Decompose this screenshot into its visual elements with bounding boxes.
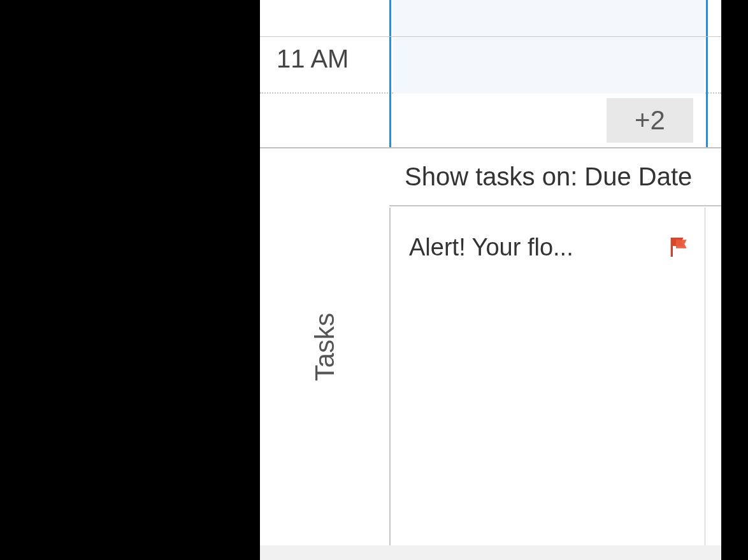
right-mask	[721, 0, 748, 560]
task-item[interactable]: Alert! Your flo...	[391, 208, 705, 287]
slot-upper-half[interactable]	[393, 37, 704, 94]
calendar-slot[interactable]	[389, 0, 708, 37]
time-row	[260, 0, 721, 37]
more-appointments-badge[interactable]: +2	[607, 98, 693, 143]
tasks-list: Alert! Your flo...	[391, 208, 705, 545]
tasks-border-left	[389, 208, 391, 545]
tasks-header-label: Show tasks on: Due Date	[405, 162, 692, 191]
task-item-text: Alert! Your flo...	[409, 234, 666, 261]
tasks-sidebar: Tasks	[260, 148, 389, 545]
tasks-section-label: Tasks	[310, 313, 340, 381]
calendar-panel: 11 AM +2 Show tasks on: Due Date Tasks A…	[260, 0, 721, 545]
more-count-label: +2	[635, 105, 665, 136]
tasks-header[interactable]: Show tasks on: Due Date	[389, 148, 721, 206]
time-label: 11 AM	[277, 45, 349, 73]
flag-icon[interactable]	[666, 234, 692, 260]
time-gutter	[260, 0, 384, 37]
bottom-strip	[260, 545, 721, 560]
left-mask	[0, 0, 260, 560]
